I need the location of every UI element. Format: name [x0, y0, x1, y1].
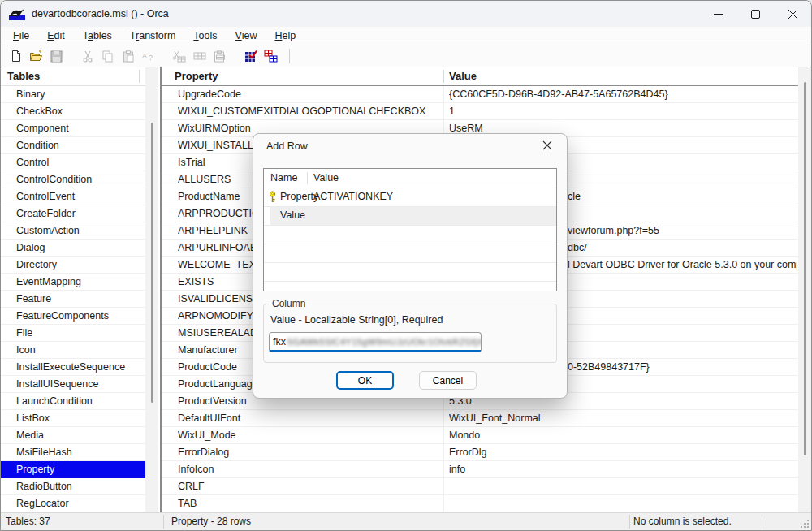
sidebar-item-launchcondition[interactable]: LaunchCondition	[1, 393, 145, 410]
dialog-list-row[interactable]: PropertyACTIVATIONKEY	[264, 188, 556, 206]
menu-item[interactable]: File	[4, 28, 38, 43]
menu-item[interactable]: Tools	[184, 28, 226, 43]
table-header-row: Property Value	[162, 67, 798, 86]
maximize-button[interactable]	[736, 1, 774, 27]
value-cell: {CC60CF5D-D96B-4D92-AB47-5A65762B4D45}	[449, 86, 797, 102]
key-column-icon	[267, 191, 278, 205]
sidebar-item-condition[interactable]: Condition	[1, 137, 145, 154]
tables-pane-header: Tables	[1, 67, 145, 86]
status-column-info: No column is selected.	[633, 516, 732, 527]
value-input[interactable]: fkx 5GAWk5SlC4Y15gW9mUJzUOkr1OlvkRZGfjX …	[269, 332, 482, 352]
sidebar-item-binary[interactable]: Binary	[1, 86, 145, 103]
sidebar-item-file[interactable]: File	[1, 325, 145, 342]
sidebar-item-installexecutesequence[interactable]: InstallExecuteSequence	[1, 359, 145, 376]
table-row[interactable]: DefaultUIFont WixUI_Font_Normal	[162, 410, 798, 427]
toolbar-transform-view-icon[interactable]	[261, 47, 281, 66]
toolbar-find-icon[interactable]: A?	[138, 47, 158, 66]
dialog-title: Add Row	[266, 140, 308, 152]
column-description: Value - Localizable String[0], Required	[270, 314, 443, 326]
resize-grip[interactable]	[800, 519, 810, 529]
table-row[interactable]: InfoIcon info	[162, 461, 798, 478]
menu-item[interactable]: Help	[266, 28, 304, 43]
table-scrollbar-thumb[interactable]	[804, 82, 806, 455]
title-bar: devartodbcoracle.msi () - Orca	[1, 1, 811, 27]
status-separator	[762, 515, 762, 529]
sidebar-item-installuisequence[interactable]: InstallUISequence	[1, 376, 145, 393]
toolbar-cut-row-icon[interactable]	[169, 47, 189, 66]
sidebar-item-reglocator[interactable]: RegLocator	[1, 495, 145, 512]
column-divider[interactable]	[797, 70, 797, 83]
sidebar-item-controlevent[interactable]: ControlEvent	[1, 188, 145, 205]
dialog-list-row[interactable]: Value	[270, 207, 556, 225]
menu-item[interactable]: Edit	[38, 28, 74, 43]
window-title: devartodbcoracle.msi () - Orca	[32, 8, 169, 19]
toolbar-copy-icon[interactable]	[97, 47, 118, 66]
sidebar-item-customaction[interactable]: CustomAction	[1, 222, 145, 240]
value-cell: 1	[449, 103, 797, 119]
property-cell: TAB	[178, 495, 443, 512]
sidebar-item-msifilehash[interactable]: MsiFileHash	[1, 444, 145, 461]
sidebar-scrollbar[interactable]	[145, 67, 158, 512]
column-header-property[interactable]: Property	[175, 67, 218, 85]
table-row[interactable]: WixUI_Mode Mondo	[162, 427, 798, 444]
sidebar-item-control[interactable]: Control	[1, 154, 145, 171]
close-button[interactable]	[774, 1, 811, 27]
sidebar-item-createfolder[interactable]: CreateFolder	[1, 205, 145, 222]
toolbar-separator	[289, 49, 290, 63]
sidebar-item-property[interactable]: Property	[1, 461, 145, 478]
ok-button[interactable]: OK	[336, 371, 394, 390]
sidebar-item-icon[interactable]: Icon	[1, 342, 145, 359]
sidebar-item-radiobutton[interactable]: RadioButton	[1, 478, 145, 495]
status-separator	[629, 515, 630, 529]
sidebar-item-listbox[interactable]: ListBox	[1, 410, 145, 427]
sidebar-item-eventmapping[interactable]: EventMapping	[1, 274, 145, 291]
toolbar-cut-icon[interactable]	[77, 47, 97, 66]
toolbar-paste-icon[interactable]	[118, 47, 138, 66]
table-row[interactable]: WIXUI_CUSTOMEXITDIALOGOPTIONALCHECKBOX 1	[162, 103, 798, 120]
orca-window: devartodbcoracle.msi () - Orca File Edit…	[0, 0, 812, 531]
toolbar-open-file-icon[interactable]	[26, 47, 46, 66]
sidebar-scrollbar-thumb[interactable]	[151, 123, 153, 403]
sidebar-item-component[interactable]: Component	[1, 120, 145, 137]
menu-item[interactable]: View	[227, 28, 266, 43]
toolbar: A?	[1, 45, 811, 67]
minimize-button[interactable]	[699, 1, 736, 27]
svg-text:A: A	[142, 52, 147, 60]
cancel-button[interactable]: Cancel	[419, 371, 477, 390]
toolbar-paste-row-icon[interactable]	[209, 47, 230, 66]
sidebar-item-media[interactable]: Media	[1, 427, 145, 444]
sidebar-item-checkbox[interactable]: CheckBox	[1, 103, 145, 120]
table-row[interactable]: UpgradeCode {CC60CF5D-D96B-4D92-AB47-5A6…	[162, 86, 798, 103]
toolbar-validate-icon[interactable]	[240, 47, 261, 66]
table-scrollbar[interactable]	[798, 67, 811, 512]
column-group-box: Column Value - Localizable String[0], Re…	[263, 304, 557, 363]
sidebar-item-directory[interactable]: Directory	[1, 257, 145, 274]
menu-item[interactable]: Tables	[74, 28, 121, 43]
menu-item[interactable]: Transform	[121, 28, 185, 43]
table-row[interactable]: TAB	[162, 495, 798, 512]
property-cell: InfoIcon	[178, 461, 443, 477]
table-row[interactable]: ErrorDialog ErrorDlg	[162, 444, 798, 461]
property-cell: CRLF	[178, 478, 443, 494]
dialog-list-body: PropertyACTIVATIONKEYValue	[264, 188, 556, 291]
status-tables-count: Tables: 37	[6, 516, 50, 527]
orca-app-icon	[9, 7, 25, 20]
property-cell: WIXUI_CUSTOMEXITDIALOGOPTIONALCHECKBOX	[178, 103, 443, 119]
sidebar-item-dialog[interactable]: Dialog	[1, 240, 145, 257]
dialog-header-divider	[307, 172, 308, 184]
sidebar-item-featurecomponents[interactable]: FeatureComponents	[1, 308, 145, 325]
sidebar-item-feature[interactable]: Feature	[1, 291, 145, 308]
toolbar-copy-row-icon[interactable]	[189, 47, 209, 66]
value-cell: WixUI_Font_Normal	[449, 410, 797, 426]
property-cell: UpgradeCode	[178, 86, 443, 102]
status-table-info: Property - 28 rows	[171, 516, 251, 527]
dialog-close-icon[interactable]	[529, 134, 565, 158]
dialog-column-list: Name Value PropertyACTIVATIONKEYValue	[263, 168, 557, 291]
toolbar-new-file-icon[interactable]	[6, 47, 26, 66]
column-divider[interactable]	[443, 70, 444, 83]
sidebar-item-controlcondition[interactable]: ControlCondition	[1, 171, 145, 188]
toolbar-save-file-icon[interactable]	[46, 47, 67, 66]
column-header-value[interactable]: Value	[449, 67, 477, 85]
dialog-row-value: ACTIVATIONKEY	[313, 191, 393, 202]
table-row[interactable]: CRLF	[162, 478, 798, 495]
